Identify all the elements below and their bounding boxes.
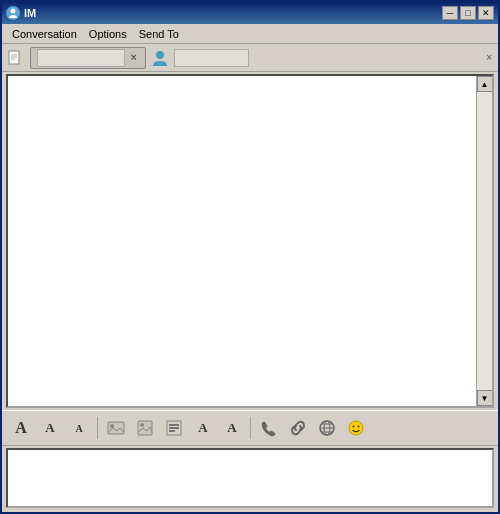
svg-point-7 xyxy=(110,424,114,428)
chat-area: ▲ ▼ xyxy=(6,74,494,408)
insert-image-button[interactable] xyxy=(103,415,129,441)
menu-conversation[interactable]: Conversation xyxy=(6,26,83,42)
app-icon xyxy=(6,6,20,20)
font-large-button[interactable]: A xyxy=(8,415,34,441)
right-tab-close[interactable]: × xyxy=(484,52,494,63)
svg-point-20 xyxy=(353,426,355,428)
svg-point-9 xyxy=(140,423,144,427)
svg-rect-6 xyxy=(108,422,124,434)
voice-button[interactable] xyxy=(256,415,282,441)
menu-send-to[interactable]: Send To xyxy=(133,26,185,42)
scroll-up-button[interactable]: ▲ xyxy=(477,76,493,92)
left-tab[interactable]: × xyxy=(30,47,146,69)
svg-point-5 xyxy=(156,51,164,59)
font-medium-button[interactable]: A xyxy=(37,415,63,441)
minimize-button[interactable]: ─ xyxy=(442,6,458,20)
close-button[interactable]: ✕ xyxy=(478,6,494,20)
title-buttons: ─ □ ✕ xyxy=(442,6,494,20)
menu-options[interactable]: Options xyxy=(83,26,133,42)
contact-avatar xyxy=(150,48,170,68)
main-window: IM ─ □ ✕ Conversation Options Send To xyxy=(0,0,500,514)
svg-point-19 xyxy=(349,421,363,435)
title-bar-left: IM xyxy=(6,6,36,20)
font-style-button[interactable]: A xyxy=(190,415,216,441)
scroll-track xyxy=(477,92,493,390)
left-tab-text xyxy=(37,49,125,67)
maximize-button[interactable]: □ xyxy=(460,6,476,20)
font-small-button[interactable]: A xyxy=(66,415,92,441)
divider-2 xyxy=(250,417,251,439)
globe-button[interactable] xyxy=(314,415,340,441)
svg-point-21 xyxy=(358,426,360,428)
window-title: IM xyxy=(24,7,36,19)
insert-image2-button[interactable] xyxy=(132,415,158,441)
divider-1 xyxy=(97,417,98,439)
tab-bar: × × xyxy=(2,44,498,72)
message-input[interactable] xyxy=(6,448,494,508)
scroll-down-button[interactable]: ▼ xyxy=(477,390,493,406)
svg-point-0 xyxy=(11,9,16,14)
font-color-button[interactable]: A xyxy=(219,415,245,441)
emoticon-button[interactable] xyxy=(343,415,369,441)
menu-bar: Conversation Options Send To xyxy=(2,24,498,44)
chat-scrollbar[interactable]: ▲ ▼ xyxy=(476,76,492,406)
right-tab-text xyxy=(174,49,250,67)
title-bar: IM ─ □ ✕ xyxy=(2,2,498,24)
chat-doc-icon xyxy=(6,48,26,68)
left-tab-close[interactable]: × xyxy=(129,52,139,63)
format-text-button[interactable] xyxy=(161,415,187,441)
toolbar: A A A xyxy=(2,410,498,446)
link-button[interactable] xyxy=(285,415,311,441)
